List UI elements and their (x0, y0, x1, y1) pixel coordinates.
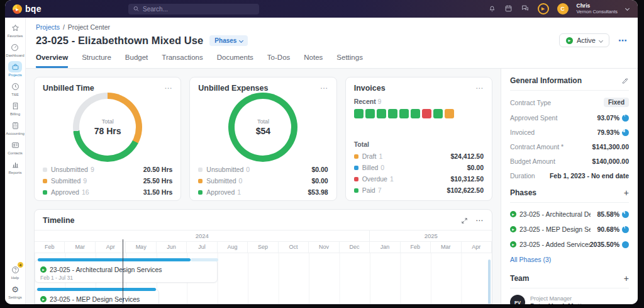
phase-active-icon: ▶ (510, 226, 516, 232)
receipt-icon (8, 100, 22, 111)
phase-active-icon: ▶ (510, 211, 516, 217)
search-input[interactable] (143, 6, 254, 13)
invoice-total-row: Billed0 $0.00 (354, 164, 484, 171)
legend-row: Approved16 31.50 Hrs (43, 188, 172, 196)
edit-icon[interactable] (621, 77, 629, 84)
sidebar-item-dashboard[interactable]: Dashboard (6, 42, 24, 57)
page-title: 23-025 - Elizabethtown Mixed Use (36, 35, 203, 47)
avatar: PV (510, 295, 525, 304)
sidebar-item-time-expense[interactable]: T&E (8, 81, 22, 96)
global-search[interactable] (128, 4, 259, 14)
main-content: Unbilled Time ⋯ Total 78 Hrs (26, 69, 501, 304)
breadcrumb-separator: / (63, 23, 65, 31)
star-icon (8, 22, 22, 33)
app-logo[interactable]: ▶ bqe (13, 4, 42, 14)
tab-documents[interactable]: Documents (217, 54, 253, 68)
calculator-icon (8, 120, 22, 131)
user-avatar[interactable]: C (557, 3, 569, 14)
all-phases-link[interactable]: All Phases (3) (510, 256, 629, 263)
sidebar-item-favorites[interactable]: Favorites (8, 22, 23, 38)
phase-active-icon: ▶ (40, 296, 47, 302)
expand-icon[interactable] (461, 217, 468, 224)
info-row-budget-amount: Budget Amount $140,000.00 (510, 157, 629, 165)
tab-budget[interactable]: Budget (125, 54, 148, 68)
logo-text: bqe (25, 4, 42, 14)
messages-icon[interactable] (521, 4, 530, 13)
timeline-card: Timeline ⋯ 2024 2025 FebMarAprMayJunJulA… (34, 209, 492, 304)
progress-pie-icon (622, 115, 629, 122)
phase-row-architectural[interactable]: ▶23-025 - Architectural Design Ser... 85… (510, 210, 629, 218)
tab-bar: Overview Structure Budget Transactions D… (26, 54, 638, 69)
card-title: Unbilled Time (43, 84, 94, 93)
breadcrumb: Projects / Project Center (36, 23, 628, 31)
id-card-icon (8, 139, 22, 151)
tab-notes[interactable]: Notes (304, 54, 323, 68)
tab-settings[interactable]: Settings (336, 54, 363, 68)
unbilled-time-donut: Total 78 Hrs (73, 93, 142, 162)
right-panel: General Information Contract Type Fixed … (501, 69, 638, 304)
calendar-icon[interactable] (504, 4, 513, 13)
invoices-total-label: Total (354, 140, 484, 148)
invoices-card: Invoices ⋯ Recent 9 Total (345, 77, 492, 201)
sidebar-item-accounting[interactable]: Accounting (6, 120, 25, 135)
sidebar-item-projects[interactable]: Projects (8, 61, 22, 77)
recent-invoices-strip (354, 109, 484, 118)
unbilled-expenses-donut: Total $54 (228, 93, 297, 162)
tab-structure[interactable]: Structure (82, 54, 111, 68)
card-more-button[interactable]: ⋯ (475, 84, 484, 93)
progress-pie-icon (622, 211, 629, 218)
invoice-total-row: Paid7 $102,622.50 (354, 186, 484, 194)
phases-dropdown-button[interactable]: Phases (209, 35, 248, 46)
notifications-bell-icon[interactable] (488, 4, 496, 13)
card-more-button[interactable]: ⋯ (164, 84, 172, 93)
chevron-down-icon[interactable] (625, 6, 630, 11)
tab-overview[interactable]: Overview (36, 54, 68, 68)
gear-icon: ⚙ (8, 283, 22, 295)
info-row-contract-amount: Contract Amount * $141,300.00 (510, 143, 629, 151)
sidebar: Favorites Dashboard Projects T&E Billing… (5, 18, 26, 304)
breadcrumb-projects-link[interactable]: Projects (36, 23, 60, 31)
phase-row-added-services[interactable]: ▶23-025 - Added Services 2035.50% (510, 241, 629, 248)
timeline-year: 2024 (35, 231, 370, 242)
chevron-down-icon (239, 38, 243, 42)
sidebar-item-billing[interactable]: Billing (8, 100, 22, 116)
gantt-row-mep[interactable]: ▶ 23-025 - MEP Design Services Jul 1 - J… (35, 288, 492, 304)
timeline-title: Timeline (43, 216, 74, 225)
timeline-more-button[interactable]: ⋯ (475, 216, 484, 225)
tab-transactions[interactable]: Transactions (162, 54, 203, 68)
sidebar-item-contacts[interactable]: Contacts (8, 139, 23, 155)
user-company: Vernon Consultants (577, 9, 618, 15)
app-window: ▶ bqe ▶ C Chris Vernon Consultants Favor… (5, 0, 638, 304)
user-info[interactable]: Chris Vernon Consultants (577, 3, 618, 14)
sidebar-item-help[interactable]: 4 Help (8, 264, 22, 280)
card-more-button[interactable]: ⋯ (320, 84, 328, 93)
invoice-total-row: Overdue1 $10,312.50 (354, 175, 484, 183)
sidebar-item-settings[interactable]: ⚙ Settings (8, 283, 22, 299)
timeline-scrollbar[interactable] (488, 260, 491, 304)
progress-pie-icon (622, 241, 629, 248)
clock-icon (8, 81, 22, 92)
card-title: Invoices (354, 84, 386, 93)
status-dropdown-button[interactable]: ▶ Active (559, 33, 609, 47)
topbar: ▶ bqe ▶ C Chris Vernon Consultants (5, 0, 638, 18)
gantt-row-architectural[interactable]: ▶ 23-025 - Architectural Design Services… (35, 258, 492, 283)
add-team-member-button[interactable]: + (624, 274, 629, 283)
timeline-year: 2025 (370, 231, 492, 242)
header-more-button[interactable]: ⋯ (618, 35, 628, 45)
info-row-contract-type: Contract Type Fixed (510, 98, 629, 107)
sidebar-item-reports[interactable]: Reports (8, 159, 22, 174)
bar-chart-icon (8, 159, 22, 170)
invoice-total-row: Draft1 $24,412.50 (354, 152, 484, 160)
unbilled-time-card: Unbilled Time ⋯ Total 78 Hrs (34, 77, 181, 201)
tab-todos[interactable]: To-Dos (267, 54, 290, 68)
phase-row-mep[interactable]: ▶23-025 - MEP Design Services 90.68% (510, 225, 629, 233)
timer-play-button[interactable]: ▶ (538, 3, 549, 14)
briefcase-icon (8, 61, 22, 72)
breadcrumb-current: Project Center (68, 23, 110, 31)
timeline-months-row: FebMarAprMayJunJulAugSepOctNovDecJanFebM… (35, 242, 492, 253)
team-member-project-manager[interactable]: PV Project Manager Peter VandeMotter (510, 295, 629, 304)
progress-pie-icon (622, 129, 629, 136)
add-phase-button[interactable]: + (624, 188, 629, 197)
info-row-duration: Duration Feb 1, 2023 - No end date (510, 172, 629, 180)
gauge-icon (8, 42, 22, 53)
